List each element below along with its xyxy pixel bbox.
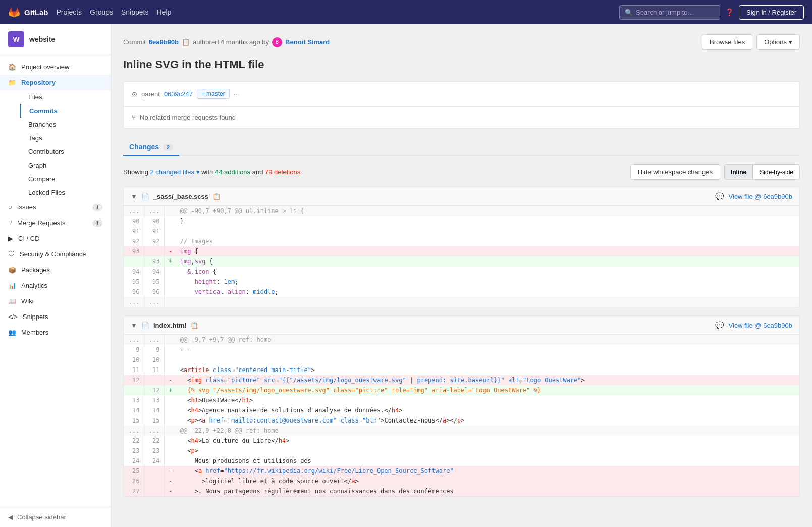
diff-2-removed-25: 25 - <a href="https://fr.wikipedia.org/w… <box>124 466 799 476</box>
diff-1-line-91: 91 91 <box>124 226 799 236</box>
sidebar-item-repository[interactable]: 📁 Repository <box>0 75 111 90</box>
issues-badge: 1 <box>92 204 102 211</box>
diff-table-1: ... ... @@ -90,7 +90,7 @@ ul.inline > li… <box>124 206 799 307</box>
copy-path-icon-1[interactable]: 📋 <box>212 193 221 200</box>
branch-icon: ⑂ <box>201 90 205 97</box>
inline-button[interactable]: Inline <box>724 164 753 180</box>
diff-table-2: ... ... @@ -9,7 +9,7 @@ ref: home 9 9 --… <box>124 335 799 496</box>
parent-row: ⊙ parent 0639c247 ⑂ master ··· <box>124 82 799 106</box>
sidebar-bottom: ◀ Collapse sidebar <box>0 507 111 527</box>
diff-2-collapse-button[interactable]: ▼ <box>131 322 137 329</box>
help-icon[interactable]: ❓ <box>725 8 734 16</box>
sidebar-sub-contributors[interactable]: Contributors <box>20 145 111 159</box>
sidebar-item-wiki[interactable]: 📖 Wiki <box>0 293 111 309</box>
nav-groups[interactable]: Groups <box>90 8 113 16</box>
commit-hash[interactable]: 6ea9b90b <box>149 38 179 46</box>
diff-file-1-actions: 💬 View file @ 6ea9b90b <box>715 192 792 200</box>
side-by-side-button[interactable]: Side-by-side <box>753 164 800 180</box>
diff-file-2-name: ▼ 📄 index.html 📋 <box>131 322 198 329</box>
commit-info-box: ⊙ parent 0639c247 ⑂ master ··· ⑂ No rela… <box>123 81 800 129</box>
sidebar-item-overview[interactable]: 🏠 Project overview <box>0 59 111 75</box>
sidebar-sub-compare[interactable]: Compare <box>20 172 111 186</box>
branch-tag[interactable]: ⑂ master <box>197 89 230 99</box>
chevron-down-small-icon: ▾ <box>196 168 200 176</box>
members-icon: 👥 <box>8 329 16 336</box>
sidebar-sub-tags[interactable]: Tags <box>20 131 111 145</box>
more-options[interactable]: ··· <box>234 90 239 98</box>
options-button[interactable]: Options ▾ <box>756 34 800 50</box>
additions-count: 44 additions <box>215 168 250 176</box>
tab-changes[interactable]: Changes 2 <box>123 139 179 156</box>
changed-files-count[interactable]: 2 changed files ▾ <box>150 168 202 176</box>
authored-text: authored 4 months ago by <box>193 38 269 46</box>
diff-1-collapse-button[interactable]: ▼ <box>131 193 137 200</box>
sign-in-button[interactable]: Sign in / Register <box>739 5 804 20</box>
merge-icon: ⑂ <box>8 219 12 227</box>
commit-actions: Browse files Options ▾ <box>702 34 800 50</box>
diff-2-removed-26: 26 - >logiciel libre et à code source ou… <box>124 476 799 486</box>
sidebar-item-snippets[interactable]: </> Snippets <box>0 309 111 325</box>
sidebar-item-analytics[interactable]: 📊 Analytics <box>0 278 111 293</box>
nav-right: 🔍 Search or jump to... ❓ Sign in / Regis… <box>619 5 804 20</box>
diff-1-line-90: 90 90 } <box>124 216 799 226</box>
diff-2-added-12: 12 + {% svg "/assets/img/logo_ouestware.… <box>124 385 799 395</box>
browse-files-button[interactable]: Browse files <box>702 34 752 50</box>
diff-2-line-15: 15 15 <p><a href="mailto:contact@ouestwa… <box>124 415 799 426</box>
top-navigation: GitLab Projects Groups Snippets Help 🔍 S… <box>0 0 812 24</box>
nav-snippets[interactable]: Snippets <box>121 8 148 16</box>
commit-header: Commit 6ea9b90b 📋 authored 4 months ago … <box>123 34 800 50</box>
diff-2-line-13: 13 13 <h1>OuestWare</h1> <box>124 395 799 405</box>
comment-icon-2[interactable]: 💬 <box>715 321 724 329</box>
diff-1-line-92: 92 92 // Images <box>124 236 799 246</box>
sidebar-sub-graph[interactable]: Graph <box>20 159 111 172</box>
author-name[interactable]: Benoit Simard <box>285 38 330 46</box>
diff-file-2: ▼ 📄 index.html 📋 💬 View file @ 6ea9b90b … <box>123 315 800 497</box>
diff-2-meta-1: ... ... @@ -9,7 +9,7 @@ ref: home <box>124 335 799 345</box>
showing-text: Showing 2 changed files ▾ with 44 additi… <box>123 168 300 176</box>
gitlab-logo[interactable]: GitLab <box>8 6 48 18</box>
nav-projects[interactable]: Projects <box>57 8 82 16</box>
sidebar-item-cicd[interactable]: ▶ CI / CD <box>0 231 111 246</box>
copy-path-icon-2[interactable]: 📋 <box>190 322 198 329</box>
diff-1-line-94: 94 94 &.icon { <box>124 267 799 277</box>
sidebar-item-security[interactable]: 🛡 Security & Compliance <box>0 246 111 262</box>
comment-icon-1[interactable]: 💬 <box>715 192 724 200</box>
diff-2-removed-27: 27 - >. Nous partageons régulièrement no… <box>124 486 799 496</box>
view-file-2-link[interactable]: View file @ 6ea9b90b <box>729 322 792 329</box>
sidebar-sub-files[interactable]: Files <box>20 90 111 104</box>
diff-2-line-14: 14 14 <h4>Agence nantaise de solutions d… <box>124 405 799 415</box>
sidebar: W website 🏠 Project overview 📁 Repositor… <box>0 24 111 527</box>
shield-icon: 🛡 <box>8 250 15 258</box>
sidebar-item-merge-requests[interactable]: ⑂ Merge Requests 1 <box>0 215 111 231</box>
author-avatar: B <box>272 37 282 47</box>
sidebar-item-issues[interactable]: ○ Issues 1 <box>0 199 111 215</box>
parent-hash-link[interactable]: 0639c247 <box>164 90 193 98</box>
nav-help[interactable]: Help <box>156 8 171 16</box>
commit-label: Commit <box>123 38 146 46</box>
changes-count-badge: 2 <box>163 144 173 151</box>
merge-request-icon: ⑂ <box>132 114 136 121</box>
project-name: website <box>29 35 55 43</box>
file-icon-2: 📄 <box>141 322 149 329</box>
diff-1-line-95: 95 95 height: 1em; <box>124 277 799 287</box>
chevron-left-icon: ◀ <box>8 513 13 521</box>
deletions-count: 79 deletions <box>265 168 300 176</box>
sidebar-item-members[interactable]: 👥 Members <box>0 325 111 340</box>
sidebar-sub-locked-files[interactable]: Locked Files <box>20 186 111 199</box>
sidebar-item-packages[interactable]: 📦 Packages <box>0 262 111 278</box>
showing-bar: Showing 2 changed files ▾ with 44 additi… <box>123 164 800 180</box>
diff-2-line-9: 9 9 --- <box>124 345 799 355</box>
project-header[interactable]: W website <box>0 24 111 55</box>
cicd-icon: ▶ <box>8 235 13 242</box>
collapse-sidebar-button[interactable]: ◀ Collapse sidebar <box>8 513 102 521</box>
sidebar-sub-branches[interactable]: Branches <box>20 118 111 131</box>
view-file-1-link[interactable]: View file @ 6ea9b90b <box>729 193 792 200</box>
search-box[interactable]: 🔍 Search or jump to... <box>619 5 720 20</box>
copy-hash-icon[interactable]: 📋 <box>182 38 190 46</box>
sidebar-sub-repository: Files Commits Branches Tags Contributors… <box>0 90 111 199</box>
diff-1-meta-row-end: ... ... <box>124 297 799 307</box>
diff-2-line-23: 23 23 <p> <box>124 446 799 456</box>
sidebar-sub-commits[interactable]: Commits <box>20 104 111 118</box>
issues-icon: ○ <box>8 203 12 211</box>
hide-whitespace-button[interactable]: Hide whitespace changes <box>630 164 720 180</box>
